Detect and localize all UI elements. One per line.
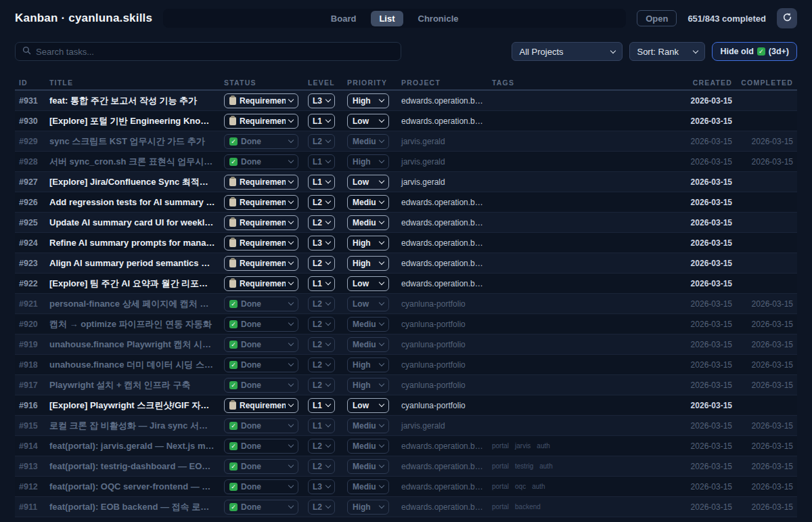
table-row[interactable]: #920 캡처 → optimize 파이프라인 연동 자동화 Done L2 … (15, 314, 797, 334)
priority-select[interactable]: Medium (347, 479, 389, 494)
level-select[interactable]: L2 (308, 337, 335, 352)
status-select[interactable]: Done (224, 297, 298, 311)
level-select[interactable]: L2 (308, 439, 335, 454)
status-select[interactable]: Requirements (224, 276, 298, 291)
table-row[interactable]: #917 Playwright 설치 + 캡처 인프라 구축 Done L2 H… (15, 375, 797, 395)
status-select[interactable]: Requirements (224, 256, 298, 271)
status-select[interactable]: Done (224, 439, 298, 454)
status-select[interactable]: Done (224, 134, 298, 149)
tab-chronicle[interactable]: Chronicle (410, 11, 467, 26)
priority-select[interactable]: High (347, 500, 389, 515)
level-select[interactable]: L3 (308, 236, 335, 251)
chevron-down-icon (379, 239, 384, 244)
project-filter-select[interactable]: All Projects (512, 42, 623, 61)
status-select[interactable]: Requirements (224, 114, 298, 129)
priority-select[interactable]: Medium (347, 439, 389, 454)
table-row[interactable]: #924 Refine AI summary prompts for manag… (15, 233, 797, 253)
status-select[interactable]: Requirements (224, 175, 298, 190)
task-tags: portaltestrigauth (488, 462, 675, 470)
priority-select[interactable]: Low (347, 114, 389, 129)
level-select[interactable]: L1 (308, 398, 335, 413)
priority-select[interactable]: Low (347, 276, 389, 291)
status-select[interactable]: Done (224, 337, 298, 352)
search-input[interactable] (36, 47, 394, 57)
status-select[interactable]: Done (224, 317, 298, 332)
table-row[interactable]: #918 unahouse.finance 더미 데이터 시딩 스크립트 Don… (15, 355, 797, 375)
table-row[interactable]: #929 sync 스크립트 KST 업무시간 가드 추가 Done L2 Me… (15, 131, 797, 152)
table-row[interactable]: #923 Align AI summary period semantics w… (15, 253, 797, 274)
priority-select[interactable]: Medium (347, 195, 389, 210)
priority-select[interactable]: High (347, 93, 389, 108)
table-row[interactable]: #922 [Explore] 팀 주간 AI 요약과 월간 리포트 실효성 개선… (15, 274, 797, 294)
priority-select[interactable]: Medium (347, 134, 389, 149)
task-id: #921 (15, 299, 45, 309)
status-select[interactable]: Done (224, 378, 298, 393)
table-row[interactable]: #919 unahouse.finance Playwright 캡처 시나리오… (15, 334, 797, 355)
level-select[interactable]: L2 (308, 134, 335, 149)
table-row[interactable]: #911 feat(portal): EOB backend — 접속 로깅 +… (15, 497, 797, 517)
priority-select[interactable]: Medium (347, 215, 389, 230)
level-select[interactable]: L1 (308, 154, 335, 169)
priority-select[interactable]: Medium (347, 459, 389, 474)
open-filter-button[interactable]: Open (637, 10, 677, 26)
level-select[interactable]: L2 (308, 500, 335, 515)
level-select[interactable]: L2 (308, 215, 335, 230)
level-select[interactable]: L1 (308, 175, 335, 190)
level-select[interactable]: L2 (308, 459, 335, 474)
priority-select[interactable]: Medium (347, 337, 389, 352)
priority-select[interactable]: Medium (347, 317, 389, 332)
table-row[interactable]: #930 [Explore] 포털 기반 Engineering Knowled… (15, 111, 797, 131)
tag: backend (515, 503, 541, 510)
status-select[interactable]: Requirements (224, 236, 298, 251)
hide-old-toggle[interactable]: Hide old (3d+) (712, 42, 797, 61)
level-select[interactable]: L2 (308, 297, 335, 311)
priority-select[interactable]: Low (347, 175, 389, 190)
table-row[interactable]: #913 feat(portal): testrig-dashboard — E… (15, 456, 797, 477)
chevron-down-icon (379, 198, 384, 204)
status-select[interactable]: Requirements (224, 398, 298, 413)
table-row[interactable]: #914 feat(portal): jarvis.gerald — Next.… (15, 436, 797, 456)
status-select[interactable]: Requirements (224, 195, 298, 210)
level-select[interactable]: L3 (308, 93, 335, 108)
level-select[interactable]: L2 (308, 256, 335, 271)
level-select[interactable]: L2 (308, 195, 335, 210)
tab-board[interactable]: Board (323, 11, 365, 26)
status-select[interactable]: Done (224, 357, 298, 372)
level-select[interactable]: L1 (308, 276, 335, 291)
level-select[interactable]: L2 (308, 317, 335, 332)
table-row[interactable]: #912 feat(portal): OQC server-frontend —… (15, 477, 797, 497)
table-row[interactable]: #927 [Explore] Jira/Confluence Sync 최적화 … (15, 172, 797, 192)
priority-select[interactable]: High (347, 378, 389, 393)
status-select[interactable]: Done (224, 154, 298, 169)
priority-select[interactable]: High (347, 256, 389, 271)
refresh-button[interactable] (777, 8, 797, 28)
table-row[interactable]: #921 personal-finance 상세 페이지에 캡처 이미지 배치 … (15, 294, 797, 314)
status-select[interactable]: Requirements (224, 215, 298, 230)
priority-select[interactable]: High (347, 154, 389, 169)
priority-select[interactable]: Low (347, 297, 389, 311)
priority-select[interactable]: High (347, 357, 389, 372)
priority-select[interactable]: High (347, 236, 389, 251)
status-select[interactable]: Done (224, 459, 298, 474)
level-select[interactable]: L3 (308, 479, 335, 494)
tab-list[interactable]: List (371, 11, 403, 26)
level-select[interactable]: L2 (308, 357, 335, 372)
status-select[interactable]: Done (224, 418, 298, 433)
table-row[interactable]: #931 feat: 통합 주간 보고서 작성 기능 추가 Requiremen… (15, 91, 797, 111)
table-row[interactable]: #925 Update AI summary card UI for weekl… (15, 213, 797, 233)
table-row[interactable]: #928 서버 sync_cron.sh 크론 표현식 업무시간으로 변경 Do… (15, 152, 797, 172)
priority-select[interactable]: Medium (347, 418, 389, 433)
level-select[interactable]: L2 (308, 378, 335, 393)
table-row[interactable]: #926 Add regression tests for AI summary… (15, 192, 797, 213)
priority-select[interactable]: Low (347, 398, 389, 413)
status-select[interactable]: Done (224, 479, 298, 494)
chevron-down-icon (379, 97, 384, 102)
table-row[interactable]: #915 로컬 크론 잡 비활성화 — Jira sync 서버 이관 Done… (15, 416, 797, 436)
level-select[interactable]: L1 (308, 418, 335, 433)
sort-select[interactable]: Sort: Rank (629, 42, 705, 61)
level-select[interactable]: L1 (308, 114, 335, 129)
table-row[interactable]: #916 [Explore] Playwright 스크린샷/GIF 자동 캡처… (15, 395, 797, 416)
status-select[interactable]: Done (224, 500, 298, 515)
task-completed: 2026-03-15 (736, 157, 797, 167)
status-select[interactable]: Requirements (224, 93, 298, 108)
